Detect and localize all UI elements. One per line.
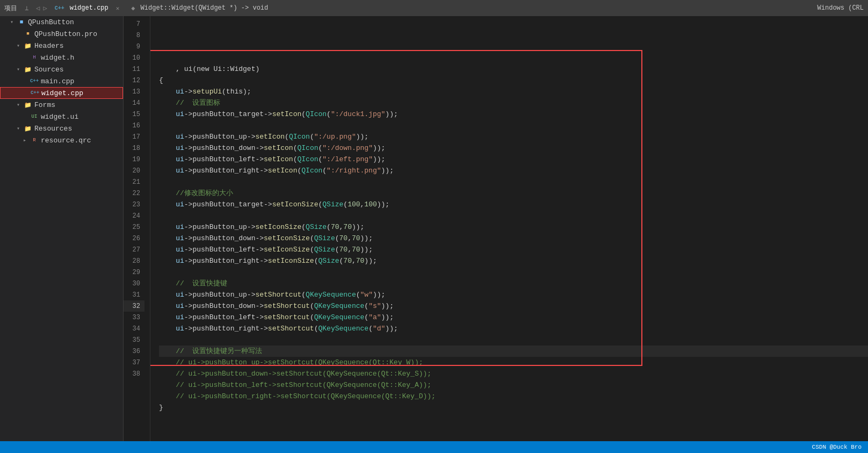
ui-file-icon: UI: [30, 112, 39, 121]
sidebar-item-resource-qrc[interactable]: ▸ R resource.qrc: [0, 134, 123, 146]
sidebar-item-label: Sources: [34, 66, 64, 74]
line-number: 22: [124, 188, 144, 199]
code-content[interactable]: , ui(new Ui::Widget){ ui->setupUi(this);…: [150, 16, 868, 441]
expand-icon: ▸: [21, 137, 28, 143]
code-line: ui->pushButton_up->setIconSize(QSize(70,…: [159, 221, 868, 233]
line-number: 8: [124, 30, 144, 41]
line-number: 7: [124, 18, 144, 30]
line-number: 18: [124, 142, 144, 154]
sidebar-item-resources[interactable]: ▾ 📁 Resources: [0, 123, 123, 134]
line-number: 16: [124, 120, 144, 131]
nav-forward-icon[interactable]: ▷: [43, 4, 47, 12]
line-number: 38: [124, 368, 144, 379]
qrc-file-icon: R: [30, 136, 39, 145]
code-line: // ui->pushButton_down->setShortcut(QKey…: [159, 368, 868, 379]
line-number: 12: [124, 75, 144, 86]
code-line: [159, 120, 868, 131]
sidebar-item-label: widget.cpp: [41, 89, 83, 97]
tab-cpp-icon: C++: [55, 5, 64, 11]
code-line: ui->pushButton_down->setIcon(QIcon(":/do…: [159, 142, 868, 154]
tab-close-icon[interactable]: ✕: [116, 5, 120, 12]
code-line: // ui->pushButton_up->setShortcut(QKeySe…: [159, 357, 868, 368]
code-line: ui->pushButton_down->setShortcut(QKeySeq…: [159, 300, 868, 312]
line-number: 14: [124, 97, 144, 109]
code-line: ui->pushButton_left->setIcon(QIcon(":/le…: [159, 154, 868, 165]
code-line: ui->pushButton_up->setIcon(QIcon(":/up.p…: [159, 131, 868, 142]
code-line: {: [159, 75, 868, 86]
editor[interactable]: 7891011121314151617181920212223242526272…: [124, 16, 868, 441]
line-number: 20: [124, 165, 144, 176]
sidebar-item-widget-ui[interactable]: UI widget.ui: [0, 111, 123, 123]
code-line: ui->pushButton_left->setShortcut(QKeySeq…: [159, 312, 868, 323]
line-number: 32: [124, 300, 144, 312]
code-line: // ui->pushButton_right->setShortcut(QKe…: [159, 391, 868, 402]
sidebar-item-label: Resources: [34, 125, 72, 133]
sidebar-item-label: QPushButton.pro: [34, 30, 97, 38]
sidebar-item-headers[interactable]: ▾ 📁 Headers: [0, 40, 123, 52]
code-line: ui->setupUi(this);: [159, 86, 868, 97]
project-label: 项目: [4, 4, 17, 13]
code-line: [159, 210, 868, 221]
expand-icon: ▾: [9, 19, 15, 25]
expand-icon: ▾: [15, 102, 21, 108]
code-line: ui->pushButton_left->setIconSize(QSize(7…: [159, 244, 868, 255]
line-number: 9: [124, 41, 144, 52]
code-line: ui->pushButton_target->setIconSize(QSize…: [159, 199, 868, 210]
sidebar-item-forms[interactable]: ▾ 📁 Forms: [0, 99, 123, 111]
watermark: CSDN @Duck Bro: [812, 444, 862, 450]
line-number: 25: [124, 221, 144, 233]
code-line: ui->pushButton_right->setShortcut(QKeySe…: [159, 323, 868, 334]
line-number: 26: [124, 233, 144, 244]
status-bar: CSDN @Duck Bro: [0, 441, 868, 453]
line-number: 19: [124, 154, 144, 165]
folder-icon: 📁: [24, 100, 32, 109]
code-line: [159, 267, 868, 278]
line-number: 15: [124, 109, 144, 120]
line-number: 10: [124, 52, 144, 63]
sidebar-item-widget-cpp[interactable]: C++ widget.cpp: [0, 87, 123, 99]
sidebar-item-qpushbutton[interactable]: ▾ ■ QPushButton: [0, 16, 123, 28]
line-number: 13: [124, 86, 144, 97]
line-number: 37: [124, 357, 144, 368]
expand-icon: ▾: [15, 42, 21, 49]
title-bar-right: Windows (CRL: [818, 4, 864, 12]
main-content: ▾ ■ QPushButton ■ QPushButton.pro ▾ 📁 He…: [0, 16, 868, 441]
platform-label: Windows (CRL: [818, 4, 864, 12]
sidebar-item-label: Forms: [34, 101, 55, 109]
line-number: 28: [124, 255, 144, 267]
nav-back-icon[interactable]: ◁: [36, 4, 40, 12]
code-line: ui->pushButton_right->setIconSize(QSize(…: [159, 255, 868, 267]
code-line: // ui->pushButton_left->setShortcut(QKey…: [159, 379, 868, 391]
code-line: [159, 413, 868, 425]
code-line: [159, 334, 868, 346]
sidebar-item-label: widget.h: [41, 54, 74, 62]
filter-icon[interactable]: ⊥: [25, 4, 28, 12]
code-line: // 设置快捷键: [159, 278, 868, 289]
code-line: // 设置快捷键另一种写法: [159, 346, 868, 357]
sidebar-item-label: QPushButton: [28, 18, 74, 26]
breadcrumb: Widget::Widget(QWidget *) -> void: [141, 4, 269, 12]
pro-file-icon: ■: [24, 30, 32, 38]
tab-filename[interactable]: widget.cpp: [70, 4, 108, 12]
line-number: 33: [124, 312, 144, 323]
line-numbers: 7891011121314151617181920212223242526272…: [124, 16, 150, 441]
title-bar: 项目 ⊥ ◁ ▷ C++ widget.cpp ✕ ◆ Widget::Widg…: [0, 0, 868, 16]
folder-icon: 📁: [24, 65, 32, 74]
sidebar-item-widget-h[interactable]: H widget.h: [0, 52, 123, 63]
code-line: ui->pushButton_right->setIcon(QIcon(":/r…: [159, 165, 868, 176]
sidebar-item-sources[interactable]: ▾ 📁 Sources: [0, 63, 123, 75]
title-bar-left: 项目 ⊥ ◁ ▷ C++ widget.cpp ✕ ◆ Widget::Widg…: [4, 4, 268, 13]
code-line: ui->pushButton_up->setShortcut(QKeySeque…: [159, 289, 868, 300]
cpp-file-icon: C++: [31, 89, 39, 97]
sidebar-item-qpushbutton-pro[interactable]: ■ QPushButton.pro: [0, 28, 123, 40]
sidebar-item-main-cpp[interactable]: C++ main.cpp: [0, 75, 123, 87]
expand-icon: ▾: [15, 125, 21, 132]
sidebar-item-label: Headers: [34, 42, 64, 50]
line-number: 27: [124, 244, 144, 255]
expand-icon: ▾: [15, 66, 21, 73]
code-line: // 设置图标: [159, 97, 868, 109]
sidebar: ▾ ■ QPushButton ■ QPushButton.pro ▾ 📁 He…: [0, 16, 124, 441]
project-icon: ■: [17, 18, 26, 26]
code-area: 7891011121314151617181920212223242526272…: [124, 16, 868, 441]
line-number: 35: [124, 334, 144, 346]
